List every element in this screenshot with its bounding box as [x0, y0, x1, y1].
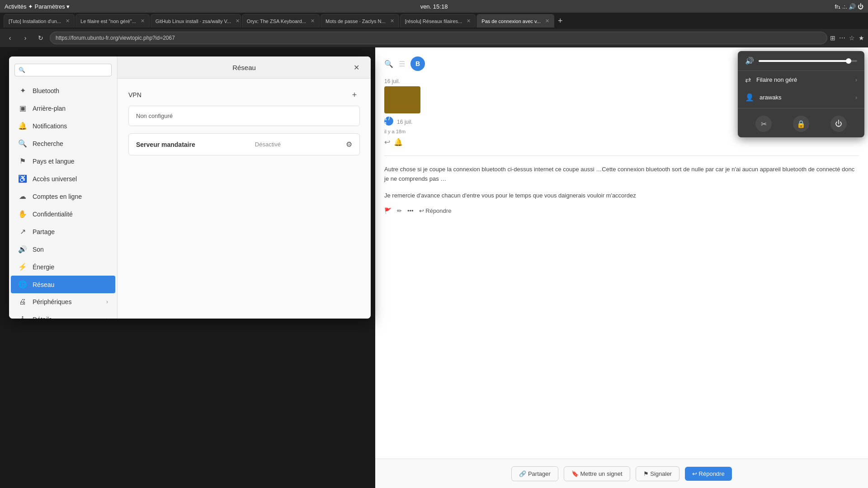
forum-bottom-bar: 🔗 Partager 🔖 Mettre un signet ⚑ Signaler… [375, 459, 868, 488]
tab-2-label: Le filaire est "non géré"... [80, 19, 136, 24]
back-button[interactable]: ‹ [4, 32, 16, 44]
tab-2[interactable]: Le filaire est "non géré"... ✕ [75, 14, 150, 28]
lock-button[interactable]: 🔒 [793, 116, 809, 132]
tray-actions: ✂ 🔒 ⏻ [738, 110, 864, 137]
notifications-icon: 🔔 [18, 122, 27, 130]
edit-button[interactable]: ✏ [397, 207, 402, 214]
accounts-icon: ☁ [18, 192, 27, 201]
tab-4-label: Oryx: The ZSA Keyboard... [247, 19, 306, 24]
wired-network-icon: ⇄ [745, 75, 751, 84]
tab-5-close[interactable]: ✕ [390, 18, 394, 24]
sidebar-item-partage[interactable]: ↗ Partage [11, 223, 115, 240]
tab-4-close[interactable]: ✕ [311, 18, 315, 24]
forum-post-text-1: Autre chose si je coupe la connexion blu… [384, 165, 859, 184]
sidebar-item-notifications-label: Notifications [33, 122, 67, 130]
tray-divider [738, 108, 864, 108]
settings-close-button[interactable]: ✕ [351, 62, 362, 73]
tray-network-user[interactable]: 👤 arawaks › [738, 89, 864, 106]
sidebar-item-network-label: Réseau [33, 281, 54, 288]
proxy-label: Serveur mandataire [136, 141, 195, 148]
flag-button[interactable]: 🚩 [384, 207, 392, 214]
sidebar-item-pays-et-langue[interactable]: ⚑ Pays et langue [11, 152, 115, 170]
forum-thumbnail [384, 86, 420, 113]
sidebar-item-peripheriques[interactable]: 🖨 Périphériques › [11, 293, 115, 310]
reader-icon[interactable]: ⊞ [830, 34, 835, 42]
bell-action-icon[interactable]: 🔔 [394, 138, 403, 146]
tab-4[interactable]: Oryx: The ZSA Keyboard... ✕ [242, 14, 320, 28]
new-tab-button[interactable]: + [555, 16, 566, 26]
reply-action-icon[interactable]: ↩ [384, 138, 390, 146]
sharing-icon: ↗ [18, 227, 27, 236]
reload-button[interactable]: ↻ [34, 32, 47, 44]
tab-1-close[interactable]: ✕ [66, 18, 70, 24]
settings-sidebar: ✦ Bluetooth ▣ Arrière-plan 🔔 Notificatio… [9, 56, 118, 319]
proxy-row[interactable]: Serveur mandataire Désactivé ⚙ [128, 133, 360, 155]
notification-date-2: 16 juil. [397, 119, 413, 125]
notification-actions: ↩ 🔔 [384, 138, 859, 146]
settings-content: VPN + Non configuré Serveur mandataire D… [118, 79, 371, 319]
share-button[interactable]: 🔗 Partager [511, 466, 558, 481]
forum-menu-icon[interactable]: ☰ [399, 60, 405, 68]
sidebar-item-bluetooth[interactable]: ✦ Bluetooth [11, 82, 115, 99]
sidebar-item-notifications[interactable]: 🔔 Notifications [11, 117, 115, 135]
system-tray[interactable]: fr₁ .:. 🔊 ⏻ [835, 3, 863, 10]
bookmark-button[interactable]: 🔖 Mettre un signet [564, 466, 630, 481]
tab-6[interactable]: [résolu] Réseaux filaires... ✕ [400, 14, 476, 28]
user-chevron-icon: › [855, 94, 857, 101]
user-avatar[interactable]: B [410, 56, 425, 71]
sidebar-item-bluetooth-label: Bluetooth [33, 87, 59, 94]
sidebar-item-confidentialite[interactable]: ✋ Confidentialité [11, 205, 115, 223]
reply-button[interactable]: ↩ Répondre [419, 207, 452, 214]
tab-7-close[interactable]: ✕ [545, 18, 549, 24]
nav-row: ‹ › ↻ https://forum.ubuntu-fr.org/viewto… [0, 29, 868, 47]
url-bar[interactable]: https://forum.ubuntu-fr.org/viewtopic.ph… [50, 32, 827, 44]
forum-search-icon[interactable]: 🔍 [384, 60, 393, 68]
menu-icon[interactable]: ⋯ [839, 34, 845, 42]
sidebar-item-details[interactable]: ℹ Détails › [11, 310, 115, 319]
vpn-label: VPN [128, 91, 142, 99]
reply-main-button[interactable]: ↩ Répondre [685, 467, 732, 481]
tab-6-close[interactable]: ✕ [467, 18, 471, 24]
sidebar-item-acces-universel[interactable]: ♿ Accès universel [11, 170, 115, 188]
sidebar-item-recherche[interactable]: 🔍 Recherche [11, 135, 115, 152]
report-button[interactable]: ⚑ Signaler [636, 466, 679, 481]
volume-slider[interactable] [759, 60, 857, 62]
details-icon: ℹ [18, 315, 27, 319]
sidebar-item-energie[interactable]: ⚡ Énergie [11, 258, 115, 276]
vpn-add-button[interactable]: + [349, 89, 360, 100]
sidebar-item-comptes-en-ligne[interactable]: ☁ Comptes en ligne [11, 188, 115, 205]
webpage-bg: ✦ Bluetooth ▣ Arrière-plan 🔔 Notificatio… [0, 47, 868, 488]
top-bar: Activités ✦ Paramètres ▾ ven. 15:18 fr₁ … [0, 0, 868, 13]
tray-network-wired[interactable]: ⇄ Filaire non géré › [738, 71, 864, 89]
vpn-status-text: Non configuré [136, 113, 173, 119]
tab-2-close[interactable]: ✕ [141, 18, 145, 24]
sidebar-item-son[interactable]: 🔊 Son [11, 240, 115, 258]
activities-label[interactable]: Activités ✦ Paramètres ▾ [5, 3, 70, 10]
star-icon[interactable]: ★ [859, 34, 864, 42]
tab-7[interactable]: Pas de connexion avec v... ✕ [476, 14, 554, 28]
privacy-icon: ✋ [18, 210, 27, 218]
power-button[interactable]: ⏻ [830, 116, 847, 132]
tab-5[interactable]: Mots de passe · Zaclys N... ✕ [321, 14, 399, 28]
wired-network-label: Filaire non géré [756, 76, 850, 83]
wired-chevron-icon: › [855, 77, 857, 83]
chevron-right-icon-2: › [106, 316, 108, 319]
forward-button[interactable]: › [19, 32, 32, 44]
sidebar-item-sharing-label: Partage [33, 228, 55, 235]
tab-3[interactable]: GitHub Linux install · zsa/wally V... ✕ [151, 14, 241, 28]
scissors-button[interactable]: ✂ [755, 116, 772, 132]
tab-3-close[interactable]: ✕ [236, 18, 240, 24]
bookmark-icon[interactable]: ☆ [849, 34, 855, 42]
accessibility-icon: ♿ [18, 174, 27, 183]
settings-search-input[interactable] [14, 64, 112, 76]
clock: ven. 15:18 [420, 3, 448, 10]
tab-1[interactable]: [Tuto] Installation d'un... ✕ [4, 14, 75, 28]
more-button[interactable]: ••• [407, 207, 414, 214]
sidebar-item-reseau[interactable]: 🌐 Réseau [11, 276, 115, 293]
notification-count: 1 / 1 [384, 117, 393, 126]
proxy-gear-icon[interactable]: ⚙ [346, 140, 352, 149]
sidebar-item-arriere-plan[interactable]: ▣ Arrière-plan [11, 99, 115, 117]
bluetooth-icon: ✦ [18, 86, 27, 95]
sidebar-item-devices-label: Périphériques [33, 298, 71, 305]
network-icon: 🌐 [18, 280, 27, 289]
